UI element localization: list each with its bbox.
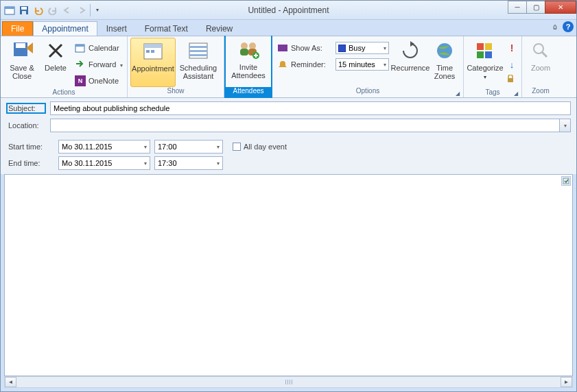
svg-rect-26 (477, 51, 484, 58)
globe-icon (436, 39, 454, 62)
reminder-label: Reminder: (291, 60, 332, 69)
tab-format-text[interactable]: Format Text (136, 21, 197, 36)
group-show: Appointment Scheduling Assistant Show (128, 36, 224, 97)
recurrence-button[interactable]: Recurrence (392, 38, 429, 87)
save-close-button[interactable]: Save & Close (3, 38, 40, 88)
group-attendees-label: Attendees (225, 87, 272, 97)
titlebar: ▾ Untitled - Appointment ─ ▢ ✕ (1, 1, 576, 20)
busy-indicator-icon (338, 45, 346, 52)
maximize-button[interactable]: ▢ (526, 1, 545, 14)
scroll-track[interactable] (16, 377, 561, 387)
group-show-label: Show (128, 87, 224, 97)
redo-icon[interactable] (47, 4, 59, 16)
group-options: Show As: Busy Reminder: 15 minutes (272, 36, 464, 97)
categorize-button[interactable]: Categorize▾ (467, 38, 504, 88)
body-editor[interactable] (4, 174, 573, 376)
close-button[interactable]: ✕ (545, 1, 576, 14)
time-zones-button[interactable]: Time Zones (429, 38, 460, 87)
tab-insert[interactable]: Insert (97, 21, 136, 36)
minimize-button[interactable]: ─ (508, 1, 527, 14)
calendar-label: Calendar (89, 44, 119, 52)
group-attendees: Invite Attendees Attendees (224, 36, 272, 98)
quick-access-toolbar: ▾ (1, 4, 102, 16)
onenote-label: OneNote (89, 77, 119, 85)
show-as-label: Show As: (291, 44, 332, 52)
invite-attendees-button[interactable]: Invite Attendees (228, 37, 268, 87)
show-as-select[interactable]: Busy (335, 42, 389, 54)
svg-rect-27 (485, 51, 492, 58)
svg-rect-22 (278, 45, 287, 51)
group-zoom-label: Zoom (522, 87, 559, 97)
app-window: ▾ Untitled - Appointment ─ ▢ ✕ File Appo… (0, 0, 577, 392)
svg-rect-25 (485, 43, 492, 50)
svg-rect-6 (16, 43, 25, 48)
window-controls: ─ ▢ ✕ (508, 1, 576, 14)
options-dialog-launcher-icon[interactable]: ◢ (454, 90, 461, 97)
onenote-button[interactable]: N OneNote (72, 73, 124, 88)
subject-input[interactable] (50, 101, 571, 115)
forward-label: Forward (89, 60, 116, 69)
location-dropdown-icon[interactable]: ▾ (559, 119, 570, 132)
start-date-select[interactable]: Mo 30.11.2015 (58, 140, 150, 154)
people-icon (237, 38, 260, 62)
svg-point-23 (437, 43, 452, 58)
calendar-icon[interactable] (3, 4, 16, 16)
help-icon[interactable]: ? (563, 21, 574, 32)
group-options-label: Options ◢ (272, 87, 463, 97)
group-actions: Save & Close Delete Calendar Forward (1, 36, 128, 97)
appointment-button[interactable]: Appointment (130, 38, 176, 87)
end-time-label: End time: (6, 158, 54, 169)
tab-file[interactable]: File (2, 21, 33, 36)
scroll-grip-icon (285, 380, 292, 384)
end-date-select[interactable]: Mo 30.11.2015 (58, 156, 150, 170)
lock-icon (506, 75, 517, 87)
smart-tag-icon[interactable] (561, 176, 571, 186)
minimize-ribbon-icon[interactable]: ۵ (550, 23, 560, 32)
svg-rect-3 (21, 7, 27, 10)
ribbon-tabs: File Appointment Insert Format Text Revi… (1, 20, 576, 36)
svg-rect-24 (477, 43, 484, 50)
undo-icon[interactable] (32, 4, 45, 16)
tab-review[interactable]: Review (197, 21, 242, 36)
reminder-select[interactable]: 15 minutes (335, 58, 389, 71)
svg-point-19 (249, 42, 256, 49)
svg-line-30 (542, 52, 547, 57)
svg-rect-28 (508, 78, 513, 82)
zoom-button[interactable]: Zoom (525, 38, 556, 87)
scroll-left-button[interactable]: ◄ (5, 377, 16, 387)
delete-button[interactable]: Delete (40, 38, 71, 88)
group-tags-label: Tags ◢ (464, 88, 521, 97)
recurrence-icon (401, 39, 420, 62)
form-area: Subject: Location: ▾ Start time: Mo 30.1… (1, 98, 576, 174)
svg-point-17 (241, 42, 248, 49)
group-tags: Categorize▾ ! ↓ Tags ◢ (464, 36, 522, 97)
all-day-checkbox[interactable] (233, 143, 241, 151)
private-button[interactable] (505, 73, 519, 88)
qat-dropdown-icon[interactable]: ▾ (90, 4, 102, 16)
horizontal-scrollbar[interactable]: ◄ ► (4, 376, 573, 388)
tab-appointment[interactable]: Appointment (33, 21, 97, 36)
svg-rect-18 (240, 49, 248, 56)
previous-icon[interactable] (61, 4, 73, 16)
tags-dialog-launcher-icon[interactable]: ◢ (513, 90, 519, 97)
svg-rect-12 (151, 50, 154, 53)
show-as-icon (278, 43, 287, 53)
scheduling-assistant-button[interactable]: Scheduling Assistant (176, 38, 221, 87)
calendar-button[interactable]: Calendar (72, 40, 124, 56)
ribbon: Save & Close Delete Calendar Forward (1, 36, 576, 98)
svg-rect-14 (189, 46, 207, 48)
location-input[interactable] (50, 119, 571, 132)
svg-rect-4 (22, 11, 26, 14)
forward-button[interactable]: Forward (72, 57, 124, 72)
save-icon[interactable] (18, 4, 30, 16)
all-day-label: All day event (244, 143, 287, 151)
scroll-right-button[interactable]: ► (561, 377, 572, 387)
end-time-select[interactable]: 17:30 (154, 156, 223, 170)
magnifier-icon (532, 39, 550, 62)
low-importance-button[interactable]: ↓ (505, 57, 519, 72)
high-importance-button[interactable]: ! (505, 40, 519, 56)
next-icon[interactable] (75, 4, 88, 16)
location-label: Location: (6, 120, 46, 131)
start-time-label: Start time: (6, 141, 54, 152)
start-time-select[interactable]: 17:00 (154, 140, 223, 154)
